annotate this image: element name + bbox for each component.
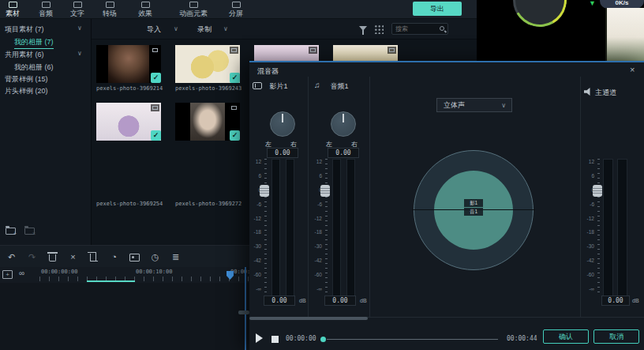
- volume-value-input[interactable]: [264, 295, 295, 306]
- media-filename: pexels-photo-3969272: [175, 201, 251, 207]
- pan-knob[interactable]: [270, 111, 295, 137]
- channels-scrollbar[interactable]: [249, 317, 368, 320]
- photo-type-icon: [388, 47, 396, 54]
- sidebar-item-shared-media[interactable]: 共用素材 (6): [5, 50, 44, 60]
- level-meter: [332, 159, 341, 299]
- total-time: 00:00:44: [507, 335, 537, 342]
- crop-icon[interactable]: [87, 251, 100, 262]
- tab-media[interactable]: 素材: [0, 1, 28, 19]
- timeline-scrollbar[interactable]: [238, 310, 249, 314]
- channel-name: 影片1: [249, 81, 308, 92]
- tab-text[interactable]: 文字: [62, 1, 93, 19]
- media-filename: pexels-photo-3969214: [96, 85, 172, 92]
- top-menu-bar: 素材 音频 文字 转场 效果 动画元素 分屏 导出: [0, 0, 477, 19]
- media-toolbar: 导入 ∨ 录制 ∨: [92, 19, 477, 40]
- adjust-icon[interactable]: ≣: [169, 250, 182, 263]
- speed-icon[interactable]: ◔: [107, 250, 121, 263]
- ruler-timestamp: 00:00:00:00: [41, 269, 77, 275]
- channel-mode-select[interactable]: 立体声∨: [436, 98, 512, 112]
- pan-tag-audio[interactable]: 音1: [464, 208, 483, 216]
- sidebar-item-intro-samples[interactable]: 片头样例 (20): [5, 86, 48, 96]
- tab-effects[interactable]: 效果: [129, 1, 161, 19]
- photo-type-icon: [230, 47, 238, 54]
- chevron-down-icon[interactable]: ∨: [77, 50, 82, 57]
- seek-track[interactable]: [327, 339, 498, 340]
- sidebar-item-project-media[interactable]: 项目素材 (7): [5, 24, 44, 35]
- media-item[interactable]: ✓ pexels-photo-3969272: [175, 103, 240, 141]
- media-filename: pexels-photo-3969243: [175, 85, 251, 92]
- tab-transition[interactable]: 转场: [94, 1, 125, 19]
- channel-name: 音频1: [310, 81, 369, 92]
- timeline-ruler[interactable]: + ∞ 00:00:00:00 00:00:10:00 00:00:: [0, 267, 249, 283]
- chevron-down-icon[interactable]: ∨: [174, 25, 178, 32]
- media-item[interactable]: ✓ pexels-photo-3969214: [96, 45, 161, 83]
- duration-icon[interactable]: ◷: [148, 250, 162, 263]
- media-thumbnail[interactable]: ✓: [96, 103, 161, 141]
- master-volume-input[interactable]: [601, 295, 630, 306]
- sidebar-item-my-album-2[interactable]: 我的相册 (6): [14, 62, 54, 73]
- volume-value-input[interactable]: [324, 295, 356, 306]
- pan-value-input[interactable]: [267, 148, 298, 158]
- media-thumbnail[interactable]: ✓: [175, 103, 240, 141]
- add-to-track-icon[interactable]: +: [2, 270, 13, 279]
- redo-icon[interactable]: ↷: [25, 250, 39, 263]
- new-folder-icon[interactable]: +: [6, 228, 16, 235]
- level-meter: [286, 159, 294, 299]
- search-input[interactable]: [395, 24, 436, 33]
- delete-folder-icon[interactable]: ×: [24, 228, 35, 235]
- download-arrow-icon: ▼: [589, 0, 596, 7]
- export-button[interactable]: 导出: [413, 2, 462, 16]
- volume-slider-handle[interactable]: [260, 185, 269, 197]
- media-item[interactable]: ✓ pexels-photo-3969254: [96, 103, 161, 141]
- tab-elements[interactable]: 动画元素: [174, 1, 212, 19]
- tab-audio[interactable]: 音频: [30, 1, 62, 19]
- desktop-photo: [605, 8, 644, 61]
- dialog-title: 混音器: [257, 66, 279, 77]
- sidebar-item-background-samples[interactable]: 背景样例 (15): [5, 74, 48, 85]
- pan-value-input[interactable]: [328, 148, 359, 158]
- cancel-button[interactable]: 取消: [593, 329, 639, 344]
- level-meter: [271, 159, 280, 299]
- level-meter: [603, 159, 613, 299]
- timeline-tracks[interactable]: [0, 283, 249, 350]
- chroma-key-icon[interactable]: [128, 251, 141, 262]
- record-button[interactable]: 录制: [197, 24, 212, 35]
- volume-slider-handle[interactable]: [320, 185, 330, 197]
- chevron-down-icon[interactable]: ∨: [77, 24, 82, 32]
- photo-type-icon: [230, 104, 238, 111]
- confirm-button[interactable]: 确认: [543, 329, 589, 344]
- search-icon: [440, 26, 444, 31]
- db-unit-label: dB: [632, 298, 639, 303]
- close-icon[interactable]: ×: [630, 65, 635, 74]
- delete-icon[interactable]: [46, 251, 59, 262]
- grid-view-icon[interactable]: [374, 24, 384, 34]
- pan-knob[interactable]: [331, 111, 356, 137]
- link-icon[interactable]: ∞: [19, 269, 24, 277]
- split-icon[interactable]: ×: [66, 250, 80, 263]
- mixer-dialog: 混音器 × 影片1 左 右 1260-6-12-18-30-42-60-∞ dB…: [249, 61, 644, 350]
- volume-slider-track[interactable]: [325, 159, 328, 293]
- chevron-down-icon[interactable]: ∨: [223, 25, 228, 32]
- filter-icon[interactable]: [359, 26, 367, 31]
- sidebar-item-my-album-selected[interactable]: 我的相册 (7): [14, 37, 54, 49]
- play-button[interactable]: [256, 333, 263, 343]
- import-button[interactable]: 导入: [147, 24, 161, 35]
- stop-button[interactable]: [271, 336, 279, 343]
- undo-icon[interactable]: ↶: [5, 250, 18, 263]
- volume-slider-track[interactable]: [597, 159, 600, 293]
- level-meter: [617, 159, 627, 299]
- seek-handle[interactable]: [320, 337, 326, 342]
- level-meter: [346, 159, 355, 299]
- volume-slider-handle[interactable]: [593, 185, 602, 197]
- media-thumbnail[interactable]: ✓: [96, 45, 161, 83]
- media-thumbnail[interactable]: ✓: [175, 45, 240, 83]
- pan-tag-video[interactable]: 影1: [464, 199, 483, 207]
- volume-slider-track[interactable]: [264, 159, 267, 293]
- db-unit-label: dB: [360, 298, 367, 303]
- db-scale: 1260-6-12-18-30-42-60-∞: [310, 159, 322, 292]
- media-item[interactable]: ✓ pexels-photo-3969243: [175, 45, 240, 83]
- tab-split-screen[interactable]: 分屏: [220, 1, 252, 19]
- master-strip: 1260-6-12-18-30-42-60-∞ dB: [582, 77, 644, 317]
- gauge-arc: [507, 0, 572, 33]
- search-box[interactable]: [391, 23, 448, 35]
